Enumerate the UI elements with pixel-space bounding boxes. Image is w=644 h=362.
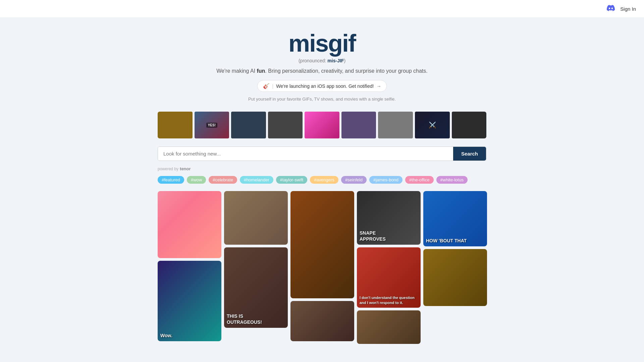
gif-strip-item[interactable]: ⚔️ bbox=[415, 112, 450, 138]
powered-by-label: powered by bbox=[158, 167, 178, 171]
banner-arrow: → bbox=[376, 83, 381, 89]
gif-card[interactable] bbox=[357, 310, 421, 344]
tag-button[interactable]: #white-lotus bbox=[436, 176, 468, 184]
tag-button[interactable]: #wow bbox=[187, 176, 206, 184]
gif-card[interactable]: Wow. bbox=[158, 261, 221, 341]
search-input[interactable] bbox=[158, 147, 453, 161]
banner-text: We're launching an iOS app soon. Get not… bbox=[276, 83, 374, 89]
hero-tagline: We're making AI fun. Bring personalizati… bbox=[158, 68, 486, 74]
tenor-logo: tenor bbox=[180, 166, 191, 171]
search-section: Search bbox=[158, 146, 486, 161]
gif-card[interactable]: THIS IS OUTRAGEOUS! bbox=[224, 247, 288, 328]
gif-card[interactable]: HOW 'BOUT THAT bbox=[423, 191, 487, 246]
tag-button[interactable]: #james-bond bbox=[369, 176, 402, 184]
gif-card[interactable] bbox=[423, 249, 487, 306]
rocket-icon: 🎸 bbox=[263, 83, 270, 89]
gif-column-1: Wow. bbox=[158, 191, 221, 344]
search-bar: Search bbox=[158, 146, 486, 161]
gif-card[interactable] bbox=[224, 191, 288, 245]
tag-button[interactable]: #seinfeld bbox=[341, 176, 367, 184]
pronunciation: (pronounced: mis-JIF) bbox=[158, 58, 486, 63]
discord-icon[interactable] bbox=[607, 4, 615, 13]
gif-strip-item[interactable] bbox=[378, 112, 413, 138]
tag-button[interactable]: #featured bbox=[158, 176, 184, 184]
sign-in-link[interactable]: Sign In bbox=[620, 6, 636, 12]
banner-divider: | bbox=[272, 83, 274, 89]
tag-button[interactable]: #the-office bbox=[405, 176, 433, 184]
gif-card[interactable] bbox=[290, 191, 354, 298]
powered-by: powered by tenor bbox=[158, 166, 486, 171]
gif-card[interactable] bbox=[290, 301, 354, 341]
gif-column-5: HOW 'BOUT THAT bbox=[423, 191, 487, 309]
gif-strip-item[interactable] bbox=[341, 112, 376, 138]
tags-container: #featured#wow#celebrate#homelander#taylo… bbox=[158, 176, 486, 184]
gif-card[interactable]: SNAPE APPROVES bbox=[357, 191, 421, 245]
launch-banner[interactable]: 🎸 | We're launching an iOS app soon. Get… bbox=[257, 80, 387, 92]
gif-card[interactable] bbox=[158, 191, 221, 258]
gif-column-2: THIS IS OUTRAGEOUS! bbox=[224, 191, 288, 330]
header-nav: Sign In bbox=[607, 4, 636, 13]
tag-button[interactable]: #celebrate bbox=[209, 176, 237, 184]
gif-column-4: SNAPE APPROVESI don't understand the que… bbox=[357, 191, 421, 347]
hero-sub: Put yourself in your favorite GIFs, TV s… bbox=[158, 97, 486, 102]
gif-strip-item[interactable] bbox=[231, 112, 266, 138]
hero-section: misgif (pronounced: mis-JIF) We're makin… bbox=[158, 31, 486, 102]
gif-column-3 bbox=[290, 191, 354, 344]
search-button[interactable]: Search bbox=[453, 147, 486, 161]
site-title: misgif bbox=[158, 31, 486, 55]
gif-strip-item[interactable] bbox=[305, 112, 339, 138]
gif-strip-item[interactable] bbox=[158, 112, 193, 138]
tag-button[interactable]: #avengers bbox=[310, 176, 338, 184]
gif-grid: Wow.THIS IS OUTRAGEOUS!SNAPE APPROVESI d… bbox=[158, 191, 486, 347]
gif-strip: YES!⚔️ bbox=[158, 112, 486, 138]
gif-strip-item[interactable] bbox=[452, 112, 487, 138]
tag-button[interactable]: #homelander bbox=[240, 176, 273, 184]
gif-strip-item[interactable] bbox=[268, 112, 303, 138]
tag-button[interactable]: #taylor-swift bbox=[276, 176, 307, 184]
gif-strip-item[interactable]: YES! bbox=[195, 112, 229, 138]
header: Sign In bbox=[0, 0, 644, 18]
main-content: misgif (pronounced: mis-JIF) We're makin… bbox=[151, 18, 493, 353]
gif-card[interactable]: I don't understand the question and I wo… bbox=[357, 247, 421, 308]
